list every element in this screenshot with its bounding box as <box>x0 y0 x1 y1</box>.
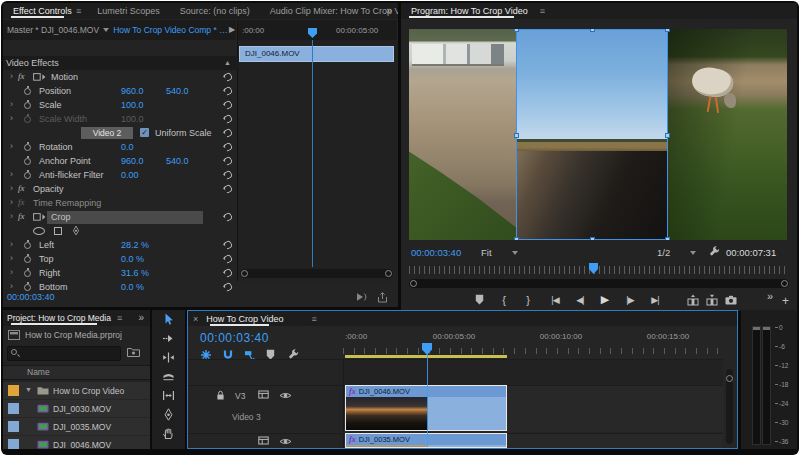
tab-effect-controls[interactable]: Effect Controls <box>3 4 82 18</box>
reset-icon[interactable] <box>223 85 234 96</box>
timeline-vertical-scrollbar[interactable] <box>726 369 733 444</box>
label-color-swatch[interactable] <box>8 439 19 449</box>
effect-row-left[interactable]: ›Left28.2 % <box>3 238 236 252</box>
master-clip-label[interactable]: Master * DJI_0046.MOV <box>7 25 99 35</box>
param-value[interactable]: 960.0 <box>121 156 144 166</box>
reset-icon[interactable] <box>223 169 234 180</box>
expander-icon[interactable]: › <box>10 113 13 123</box>
go-to-out-button[interactable]: ▶| <box>647 293 663 306</box>
extract-button[interactable] <box>704 293 720 306</box>
mark-in-button[interactable]: { <box>496 293 512 306</box>
panel-overflow-icon[interactable]: » <box>138 312 144 323</box>
add-marker-button[interactable] <box>471 293 487 306</box>
mini-timeline-ruler[interactable]: :00:00 00:00:05:00 <box>238 20 397 40</box>
effect-row-anti-flicker-filter[interactable]: ›Anti-flicker Filter0.00 <box>3 168 236 182</box>
lift-button[interactable] <box>685 293 701 306</box>
stopwatch-icon[interactable] <box>24 172 31 179</box>
stopwatch-icon[interactable] <box>24 270 31 277</box>
track-name-label[interactable]: Video 3 <box>232 412 261 422</box>
stopwatch-icon[interactable] <box>24 158 31 165</box>
timeline-view-toggle-icon[interactable]: ▶ <box>229 25 235 34</box>
crop-overlay-region[interactable] <box>516 29 668 240</box>
button-editor-icon[interactable]: + <box>782 294 789 308</box>
zoom-level-select[interactable]: Fit <box>481 247 522 258</box>
label-color-swatch[interactable] <box>8 385 19 396</box>
effect-row-anchor-point[interactable]: Anchor Point960.0540.0 <box>3 154 236 168</box>
param-value[interactable]: 0.0 % <box>121 254 144 264</box>
reset-icon[interactable] <box>223 211 234 222</box>
more-buttons-icon[interactable]: » <box>767 290 773 302</box>
playhead-marker[interactable] <box>308 28 317 38</box>
program-video-frame[interactable] <box>409 29 787 240</box>
track-id-label[interactable]: V3 <box>235 391 245 401</box>
timeline-timecode[interactable]: 00:00:03:40 <box>200 331 269 345</box>
project-item-dji-0046-mov[interactable]: DJI_0046.MOV <box>3 436 150 449</box>
project-item-dji-0035-mov[interactable]: DJI_0035.MOV <box>3 418 150 436</box>
label-color-swatch[interactable] <box>8 421 19 432</box>
tool-track-select-forward[interactable] <box>152 329 185 348</box>
program-scrollbar[interactable] <box>409 279 789 288</box>
play-button[interactable]: ▶ <box>597 293 613 306</box>
tab-project[interactable]: Project: How to Crop Media <box>3 311 115 325</box>
param-value[interactable]: 0.0 <box>121 142 134 152</box>
param-value[interactable]: 100.0 <box>121 114 144 124</box>
label-color-swatch[interactable] <box>8 403 19 414</box>
effect-row-crop[interactable]: ›fxCrop <box>3 210 236 224</box>
param-value[interactable]: 0.00 <box>121 170 139 180</box>
expander-icon[interactable]: › <box>10 183 13 193</box>
param-value[interactable]: 31.6 % <box>121 268 149 278</box>
expander-icon[interactable]: › <box>10 211 13 221</box>
param-value[interactable]: 0.0 % <box>121 282 144 292</box>
scrollbar-handle[interactable] <box>241 270 248 277</box>
tool-ripple-edit[interactable] <box>152 348 185 367</box>
pen-mask-icon[interactable] <box>71 225 81 236</box>
tab-lumetri-scopes[interactable]: Lumetri Scopes <box>87 4 170 18</box>
crop-handle[interactable] <box>514 133 519 138</box>
param-value[interactable]: 28.2 % <box>121 240 149 250</box>
stopwatch-icon[interactable] <box>24 242 31 249</box>
param-value[interactable]: 540.0 <box>166 86 189 96</box>
timeline-ruler[interactable]: :00:0000:00:05:0000:00:10:0000:00:15:00 <box>343 326 723 348</box>
collapse-icon[interactable]: ▲ <box>224 56 231 70</box>
reset-icon[interactable] <box>223 99 234 110</box>
reset-icon[interactable] <box>223 267 234 278</box>
effect-row-rotation[interactable]: ›Rotation0.0 <box>3 140 236 154</box>
crop-handle[interactable] <box>665 237 670 240</box>
mini-timeline-clip[interactable]: DJI_0046.MOV <box>239 46 394 62</box>
reset-icon[interactable] <box>223 253 234 264</box>
close-icon[interactable]: × <box>193 314 198 324</box>
step-forward-button[interactable]: |▶ <box>622 293 638 306</box>
crop-handle[interactable] <box>590 237 595 240</box>
tab-program[interactable]: Program: How To Crop Video <box>401 4 532 18</box>
project-search-box[interactable] <box>7 346 121 361</box>
tool-pen[interactable] <box>152 405 185 424</box>
tab-source-no-clips[interactable]: Source: (no clips) <box>170 4 260 18</box>
panel-menu-icon[interactable]: ≡ <box>117 313 122 323</box>
project-file-row[interactable]: How to Crop Media.prproj <box>8 330 122 340</box>
effect-row-position[interactable]: Position960.0540.0 <box>3 84 236 98</box>
panel-overflow-icon[interactable]: » <box>386 5 392 16</box>
track-row-empty[interactable] <box>188 359 723 385</box>
program-scrub-ruler[interactable] <box>409 266 789 274</box>
export-frame-button[interactable] <box>723 293 739 306</box>
expander-icon[interactable]: › <box>10 169 13 179</box>
stopwatch-icon[interactable] <box>24 256 31 263</box>
scrollbar-handle[interactable] <box>726 375 733 382</box>
expander-icon[interactable]: › <box>10 239 13 249</box>
param-value[interactable]: 960.0 <box>121 86 144 96</box>
effect-row-motion[interactable]: ›fxMotion <box>3 70 236 84</box>
expander-icon[interactable]: › <box>10 253 13 263</box>
eye-icon[interactable] <box>279 391 292 400</box>
effect-controls-timecode[interactable]: 00:00:03:40 <box>7 292 55 302</box>
tool-slip[interactable] <box>152 386 185 405</box>
crop-handle[interactable] <box>514 237 519 240</box>
sync-lock-icon[interactable] <box>258 436 269 445</box>
play-around-icon[interactable] <box>355 292 368 303</box>
media-browser-icon[interactable] <box>127 347 140 357</box>
expander-icon[interactable]: › <box>10 141 13 151</box>
reset-icon[interactable] <box>223 183 234 194</box>
crop-handle[interactable] <box>665 133 670 138</box>
mini-timeline-scrollbar[interactable] <box>240 269 393 278</box>
scrollbar-handle[interactable] <box>410 280 417 287</box>
panel-menu-icon[interactable]: ≡ <box>311 314 316 324</box>
